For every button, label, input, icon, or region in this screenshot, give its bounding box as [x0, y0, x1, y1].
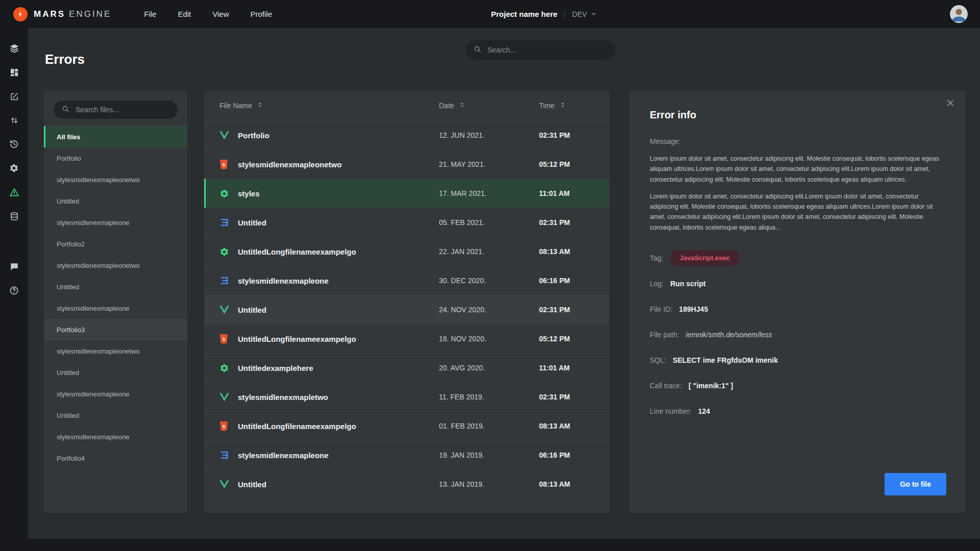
- file-list-item[interactable]: stylesmidlenexmapleone: [44, 212, 187, 233]
- database-icon[interactable]: [0, 204, 28, 228]
- table-row[interactable]: 5stylesmidlenexmapleonetwo21. MAY 2021.0…: [204, 149, 609, 179]
- file-item-label: stylesmidlenexmapleone: [57, 305, 129, 312]
- table-row[interactable]: Untitled24. NOV 2020.02:31 PM: [204, 295, 609, 324]
- file-name: stylesmidlenexmapleone: [238, 451, 439, 460]
- column-header-file-name[interactable]: File Name: [219, 102, 439, 110]
- brand: MARSENGINE: [13, 7, 111, 21]
- global-search[interactable]: [465, 40, 616, 60]
- file-date: 30. DEC 2020.: [439, 277, 539, 285]
- icon-rail: [0, 28, 28, 551]
- file-list-item[interactable]: Portfolio3: [44, 319, 187, 340]
- sort-toggle-icon[interactable]: [559, 102, 566, 110]
- file-list-item[interactable]: stylesmidlenexmapleone: [44, 426, 187, 447]
- html5-file-icon: 5: [219, 421, 238, 431]
- file-list-item[interactable]: Portfolio: [44, 147, 187, 169]
- table-row[interactable]: styles17. MAR 2021.11:01 AM: [204, 179, 609, 208]
- help-icon[interactable]: [0, 279, 28, 303]
- error-info-title: Error info: [629, 91, 966, 121]
- environment-selector[interactable]: DEV: [565, 10, 597, 18]
- file-list-item[interactable]: stylesmidlenexmapleone: [44, 383, 187, 405]
- table-row[interactable]: Untitled05. FEB 2021.02:31 PM: [204, 208, 609, 237]
- file-time: 06:16 PM: [539, 277, 594, 285]
- files-search-input[interactable]: [75, 105, 169, 114]
- file-time: 08:13 AM: [539, 480, 594, 488]
- file-item-label: Portfolio3: [57, 326, 85, 334]
- avatar[interactable]: [950, 5, 968, 23]
- table-row[interactable]: Untitledexamplehere20. AVG 2020.11:01 AM: [204, 353, 609, 382]
- sort-toggle-icon[interactable]: [459, 102, 465, 110]
- field-value: Run script: [670, 280, 705, 288]
- file-list-item[interactable]: stylesmidlenexmapleone: [44, 297, 187, 319]
- table-row[interactable]: stylesmidlenexmapleone30. DEC 2020.06:16…: [204, 266, 609, 295]
- file-list-item[interactable]: stylesmidlenexmapleonetwo: [44, 340, 187, 362]
- column-header-date[interactable]: Date: [439, 102, 539, 110]
- table-row[interactable]: Untitled13. JAN 2019.08:13 AM: [204, 469, 609, 498]
- brand-primary: MARS: [34, 9, 65, 19]
- column-header-time[interactable]: Time: [539, 102, 594, 110]
- file-item-label: stylesmidlenexmapleone: [57, 219, 129, 227]
- file-list-item[interactable]: Untitled: [44, 405, 187, 426]
- file-name: styles: [238, 189, 439, 198]
- file-item-label: stylesmidlenexmapleonetwo: [57, 176, 140, 184]
- table-row[interactable]: 5UntitledLongfilenameexampelgo01. FEB 20…: [204, 411, 609, 440]
- file-list-item[interactable]: stylesmidlenexmapleonetwo: [44, 255, 187, 276]
- alerts-icon[interactable]: [0, 180, 28, 204]
- file-time: 05:12 PM: [539, 335, 594, 343]
- project-area: Project name here DEV: [491, 0, 597, 28]
- script-file-icon: [219, 218, 238, 227]
- file-item-label: stylesmidlenexmapleone: [57, 390, 129, 398]
- error-field-file-path: File path:iemnik/smth.de/sonem/less: [650, 322, 945, 347]
- svg-text:5: 5: [223, 424, 225, 429]
- menu-item-profile[interactable]: Profile: [251, 10, 273, 18]
- file-list-item[interactable]: stylesmidlenexmapleonetwo: [44, 169, 187, 190]
- sort-toggle-icon[interactable]: [257, 102, 263, 110]
- table-row[interactable]: 5UntitledLongfilenameexampelgo18. NOV 20…: [204, 324, 609, 353]
- field-label: SQL:: [650, 356, 666, 364]
- error-field-log: Log:Run script: [650, 271, 945, 296]
- files-search[interactable]: [54, 101, 178, 119]
- close-icon[interactable]: ×: [946, 96, 954, 110]
- layers-icon[interactable]: [0, 36, 28, 60]
- compose-icon[interactable]: [0, 84, 28, 108]
- menu-item-edit[interactable]: Edit: [178, 10, 191, 18]
- html5-file-icon: 5: [219, 160, 238, 169]
- menu-item-view[interactable]: View: [212, 10, 229, 18]
- file-time: 08:13 AM: [539, 422, 594, 430]
- file-list-item[interactable]: All files: [44, 126, 187, 147]
- sort-icon[interactable]: [0, 108, 28, 132]
- file-name: Untitled: [238, 480, 439, 489]
- gear-file-icon: [219, 189, 238, 198]
- search-icon: [474, 45, 481, 55]
- field-value: SELECT ime FRgfdsOM imenik: [673, 356, 778, 364]
- field-value[interactable]: JavaScript.exec: [670, 250, 739, 266]
- file-list-item[interactable]: Untitled: [44, 190, 187, 212]
- dashboard-icon[interactable]: [0, 60, 28, 84]
- table-row[interactable]: stylesmidlenexmapleone19. JAN 2019.06:16…: [204, 440, 609, 469]
- rail-top-icons: [0, 36, 28, 228]
- table-row[interactable]: stylesmidlenexmapletwo11. FEB 2019.02:31…: [204, 382, 609, 411]
- chat-icon[interactable]: [0, 255, 28, 279]
- file-date: 05. FEB 2021.: [439, 218, 539, 227]
- file-list-item[interactable]: Portfolio4: [44, 447, 187, 469]
- file-item-label: Portfolio2: [57, 240, 85, 248]
- table-row[interactable]: Portfolio12. JUN 2021.02:31 PM: [204, 120, 609, 149]
- go-to-file-button[interactable]: Go to file: [885, 473, 946, 495]
- menu-item-file[interactable]: File: [144, 10, 156, 18]
- file-item-label: stylesmidlenexmapleonetwo: [57, 347, 140, 355]
- vue-file-icon: [219, 480, 238, 489]
- field-label: Tag:: [650, 254, 663, 262]
- field-label: Log:: [650, 280, 664, 288]
- table-row[interactable]: UntitledLongfilenameexampelgo22. JAN 202…: [204, 237, 609, 266]
- file-name: Untitledexamplehere: [238, 364, 439, 372]
- settings-icon[interactable]: [0, 156, 28, 180]
- file-list-item[interactable]: Untitled: [44, 362, 187, 383]
- file-date: 13. JAN 2019.: [439, 480, 539, 488]
- global-search-input[interactable]: [486, 45, 607, 55]
- file-list-item[interactable]: Untitled: [44, 276, 187, 297]
- error-field-tag: Tag:JavaScript.exec: [650, 245, 945, 271]
- error-field-line-number: Line number:124: [650, 398, 945, 424]
- file-item-label: Untitled: [57, 412, 79, 419]
- error-field-call-trace: Call trace:[ "imenik:1" ]: [650, 373, 945, 398]
- file-list-item[interactable]: Portfolio2: [44, 233, 187, 255]
- history-icon[interactable]: [0, 132, 28, 156]
